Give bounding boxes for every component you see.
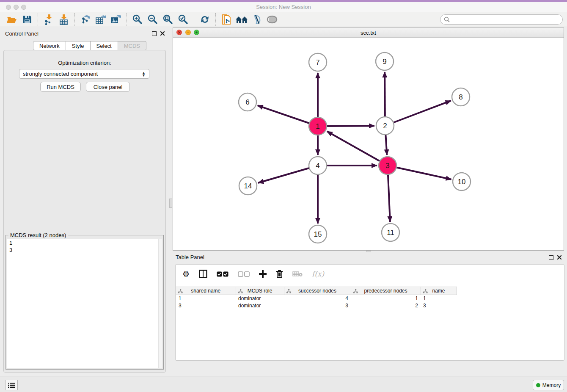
graph-node-15[interactable]: 15 bbox=[309, 225, 327, 243]
table-cell[interactable]: dominator bbox=[236, 302, 284, 309]
node-label: 11 bbox=[387, 229, 394, 237]
network-view-window: ✕ – + scc.txt 7968124314101511 bbox=[173, 28, 564, 251]
task-history-button[interactable] bbox=[5, 380, 18, 390]
add-column-icon[interactable] bbox=[259, 270, 267, 278]
toolbar-separator bbox=[74, 13, 75, 26]
graph-node-6[interactable]: 6 bbox=[239, 93, 256, 111]
column-header-MCDS-role[interactable]: MCDS role bbox=[236, 287, 284, 295]
export-table-icon[interactable] bbox=[93, 13, 108, 26]
zoom-out-icon[interactable] bbox=[145, 13, 160, 26]
save-session-icon[interactable] bbox=[19, 13, 35, 26]
tab-mcds[interactable]: MCDS bbox=[118, 41, 146, 50]
mcds-result-scrollbar[interactable] bbox=[158, 239, 162, 368]
hide-selected-icon[interactable] bbox=[249, 13, 264, 26]
tab-select[interactable]: Select bbox=[91, 41, 118, 50]
table-cell[interactable]: 2 bbox=[351, 302, 421, 309]
table-cell[interactable]: 1 bbox=[421, 295, 457, 302]
close-panel-button[interactable]: Close panel bbox=[86, 82, 130, 92]
node-label: 1 bbox=[316, 122, 319, 130]
edge-3-1[interactable] bbox=[327, 131, 388, 166]
graph-node-9[interactable]: 9 bbox=[376, 52, 394, 70]
main-titlebar[interactable]: Session: New Session bbox=[0, 2, 567, 12]
node-table[interactable]: shared nameMCDS rolesuccessor nodesprede… bbox=[176, 287, 457, 309]
table-settings-gear-icon[interactable]: ⚙ bbox=[182, 270, 190, 278]
show-column-icon[interactable] bbox=[199, 270, 207, 278]
column-header-shared-name[interactable]: shared name bbox=[176, 287, 236, 295]
zoom-fit-icon[interactable] bbox=[160, 13, 176, 26]
table-cell[interactable]: 3 bbox=[176, 302, 236, 309]
table-cell[interactable]: 4 bbox=[284, 295, 351, 302]
mcds-result-group: MCDS result (2 nodes) 1 3 bbox=[6, 235, 164, 370]
clone-network-icon[interactable] bbox=[219, 13, 234, 26]
table-toolbar: ⚙ f(x) bbox=[176, 265, 564, 283]
export-network-icon[interactable] bbox=[78, 13, 93, 26]
run-mcds-button[interactable]: Run MCDS bbox=[40, 82, 81, 92]
table-cell[interactable]: 1 bbox=[351, 295, 421, 302]
open-file-icon[interactable] bbox=[4, 13, 19, 26]
splitter-handle[interactable] bbox=[169, 199, 172, 208]
chevron-up-down-icon: ▲▼ bbox=[142, 72, 146, 77]
status-bar: Memory bbox=[0, 376, 567, 392]
control-panel-title: Control Panel bbox=[5, 30, 39, 37]
list-icon bbox=[8, 382, 15, 388]
delete-column-icon[interactable] bbox=[276, 270, 283, 278]
table-cell[interactable]: 3 bbox=[421, 302, 457, 309]
table-cell[interactable]: 3 bbox=[284, 302, 351, 309]
close-panel-icon[interactable] bbox=[160, 31, 165, 36]
node-label: 9 bbox=[383, 58, 386, 66]
tab-style[interactable]: Style bbox=[66, 41, 91, 50]
refresh-icon[interactable] bbox=[197, 13, 212, 26]
column-header-successor-nodes[interactable]: successor nodes bbox=[284, 287, 351, 295]
table-cell[interactable]: dominator bbox=[236, 295, 284, 302]
table-row[interactable]: 1dominator411 bbox=[176, 295, 457, 302]
graph-node-3[interactable]: 3 bbox=[379, 157, 396, 174]
mcds-result-text[interactable]: 1 3 bbox=[7, 239, 162, 368]
edge-3-10[interactable] bbox=[388, 166, 451, 179]
column-header-name[interactable]: name bbox=[421, 287, 457, 295]
network-window-title: scc.txt bbox=[173, 30, 564, 36]
search-input[interactable] bbox=[440, 14, 563, 25]
node-table-container: ⚙ f(x) bbox=[175, 264, 564, 361]
close-table-panel-icon[interactable] bbox=[557, 255, 562, 260]
function-builder-icon[interactable]: f(x) bbox=[312, 270, 324, 278]
vertical-splitter[interactable] bbox=[169, 27, 172, 376]
import-network-icon[interactable] bbox=[41, 13, 56, 26]
node-label: 7 bbox=[316, 58, 319, 66]
application-window: Session: New Session bbox=[0, 0, 567, 392]
node-label: 10 bbox=[458, 178, 466, 186]
node-label: 15 bbox=[314, 230, 322, 238]
graph-node-4[interactable]: 4 bbox=[309, 157, 327, 174]
edge-2-8[interactable] bbox=[385, 101, 451, 126]
graph-node-10[interactable]: 10 bbox=[453, 173, 471, 190]
tab-network[interactable]: Network bbox=[33, 41, 66, 50]
mcds-tab-content: Optimization criterion: strongly connect… bbox=[3, 50, 166, 373]
float-table-panel-icon[interactable] bbox=[549, 255, 553, 260]
criterion-select[interactable]: strongly connected component ▲▼ bbox=[19, 69, 149, 79]
table-cell[interactable]: 1 bbox=[176, 295, 236, 302]
graph-node-2[interactable]: 2 bbox=[376, 117, 394, 135]
graph-node-1[interactable]: 1 bbox=[309, 117, 327, 135]
column-header-predecessor-nodes[interactable]: predecessor nodes bbox=[351, 287, 421, 295]
float-panel-icon[interactable] bbox=[152, 31, 157, 36]
deselect-all-checkboxes-icon[interactable] bbox=[238, 271, 250, 277]
toolbar-separator bbox=[194, 13, 194, 26]
select-all-checkboxes-icon[interactable] bbox=[217, 271, 228, 277]
zoom-in-icon[interactable] bbox=[130, 13, 145, 26]
zoom-selected-icon[interactable] bbox=[176, 13, 191, 26]
graph-node-7[interactable]: 7 bbox=[309, 53, 327, 71]
network-window-titlebar[interactable]: ✕ – + scc.txt bbox=[173, 28, 564, 38]
graph-node-11[interactable]: 11 bbox=[382, 224, 399, 241]
graph-node-14[interactable]: 14 bbox=[239, 177, 257, 195]
delete-table-icon[interactable] bbox=[292, 271, 303, 277]
graph-node-8[interactable]: 8 bbox=[452, 88, 470, 106]
memory-button[interactable]: Memory bbox=[533, 380, 564, 390]
first-neighbors-icon[interactable] bbox=[234, 13, 249, 26]
edge-1-6[interactable] bbox=[258, 105, 318, 126]
import-table-icon[interactable] bbox=[56, 13, 72, 26]
network-canvas[interactable]: 7968124314101511 bbox=[173, 38, 564, 250]
show-all-icon[interactable] bbox=[264, 13, 280, 26]
table-row[interactable]: 3dominator323 bbox=[176, 302, 457, 309]
node-label: 8 bbox=[459, 93, 462, 101]
optimization-criterion-label: Optimization criterion: bbox=[4, 60, 165, 66]
export-image-icon[interactable] bbox=[108, 13, 124, 26]
